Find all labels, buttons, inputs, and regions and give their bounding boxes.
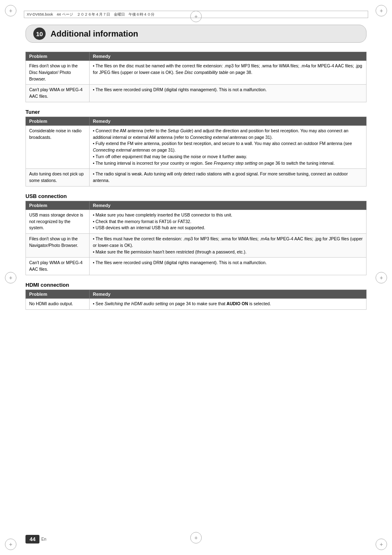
- disc-table-remedy-header: Remedy: [90, 52, 367, 61]
- table-row: No HDMI audio output. • See Switching th…: [26, 298, 367, 309]
- disc-row2-remedy: • The files were recorded using DRM (dig…: [90, 85, 367, 102]
- reg-mark-tr: +: [376, 5, 387, 16]
- tuner-table: Problem Remedy Considerable noise in rad…: [25, 117, 367, 187]
- disc-row1-problem: Files don't show up in the Disc Navigato…: [26, 61, 90, 85]
- disc-row1-remedy: • The files on the disc must be named wi…: [90, 61, 367, 85]
- reg-mark-ml: +: [5, 272, 16, 283]
- usb-row3-problem: Can't play WMA or MPEG-4 AAC files.: [26, 258, 90, 275]
- chapter-header: 10 Additional information: [25, 25, 367, 43]
- table-row: Files don't show up in the Disc Navigato…: [26, 61, 367, 85]
- usb-row2-remedy: • The files must have the correct file e…: [90, 234, 367, 258]
- page-number-box: 44: [25, 535, 39, 543]
- page-lang: En: [41, 537, 46, 541]
- usb-row3-remedy: • The files were recorded using DRM (dig…: [90, 258, 367, 275]
- disc-table-problem-header: Problem: [26, 52, 90, 61]
- usb-section-title: USB connection: [25, 193, 367, 199]
- usb-table-remedy-header: Remedy: [90, 201, 367, 210]
- usb-row2-problem: Files don't show up in the Navigator/Pho…: [26, 234, 90, 258]
- reg-mark-mr: +: [376, 272, 387, 283]
- reg-mark-tc: +: [190, 11, 202, 22]
- tuner-table-problem-header: Problem: [26, 117, 90, 125]
- table-row: Auto tuning does not pick up some statio…: [26, 169, 367, 187]
- hdmi-section-title: HDMI connection: [25, 282, 367, 288]
- topbar-text: XV-DV656.book 44 ページ ２０２６年４月７日 金曜日 午後６時４…: [27, 12, 154, 17]
- tuner-row1-remedy: • Connect the AM antenna (refer to the S…: [90, 125, 367, 169]
- usb-table-problem-header: Problem: [26, 201, 90, 210]
- hdmi-row1-remedy: • See Switching the HDMI audio setting o…: [90, 298, 367, 309]
- table-row: Can't play WMA or MPEG-4 AAC files. • Th…: [26, 85, 367, 102]
- tuner-table-remedy-header: Remedy: [90, 117, 367, 125]
- usb-row1-remedy: • Make sure you have completely inserted…: [90, 210, 367, 233]
- disc-table: Problem Remedy Files don't show up in th…: [25, 52, 367, 102]
- table-row: Can't play WMA or MPEG-4 AAC files. • Th…: [26, 258, 367, 275]
- reg-mark-bl: +: [5, 539, 16, 550]
- hdmi-row1-problem: No HDMI audio output.: [26, 298, 90, 309]
- page-content: 10 Additional information Problem Remedy…: [25, 25, 367, 527]
- reg-mark-tl: +: [5, 5, 16, 16]
- reg-mark-bc: +: [190, 532, 202, 543]
- hdmi-table: Problem Remedy No HDMI audio output. • S…: [25, 290, 367, 310]
- table-row: Considerable noise in radio broadcasts. …: [26, 125, 367, 169]
- disc-row2-problem: Can't play WMA or MPEG-4 AAC files.: [26, 85, 90, 102]
- table-row: USB mass storage device is not recognize…: [26, 210, 367, 233]
- tuner-section-title: Tuner: [25, 109, 367, 115]
- tuner-row1-problem: Considerable noise in radio broadcasts.: [26, 125, 90, 169]
- tuner-row2-remedy: • The radio signal is weak. Auto tuning …: [90, 169, 367, 187]
- chapter-number: 10: [33, 28, 46, 40]
- table-row: Files don't show up in the Navigator/Pho…: [26, 234, 367, 258]
- chapter-title: Additional information: [51, 29, 138, 39]
- tuner-row2-problem: Auto tuning does not pick up some statio…: [26, 169, 90, 187]
- usb-row1-problem: USB mass storage device is not recognize…: [26, 210, 90, 233]
- hdmi-table-problem-header: Problem: [26, 290, 90, 298]
- hdmi-table-remedy-header: Remedy: [90, 290, 367, 298]
- reg-mark-br: +: [376, 539, 387, 550]
- usb-table: Problem Remedy USB mass storage device i…: [25, 201, 367, 275]
